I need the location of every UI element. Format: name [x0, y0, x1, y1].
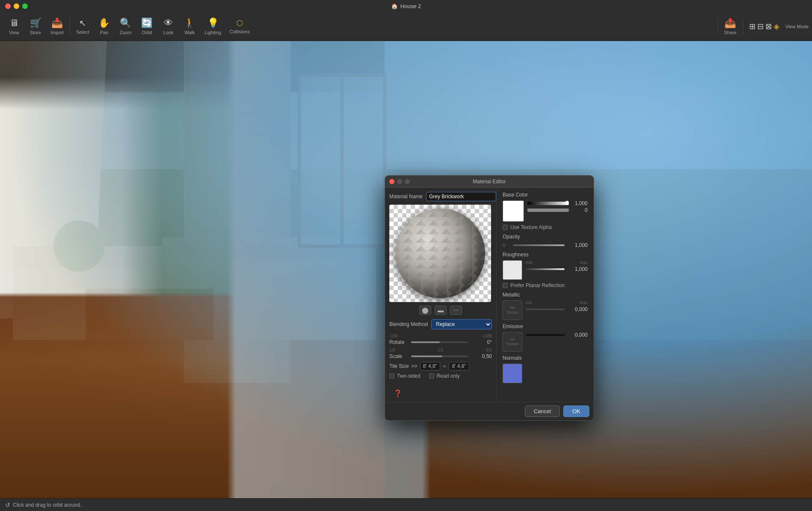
me-planar-label: Prefer Planar Reflection — [510, 282, 565, 288]
toolbar-item-share[interactable]: 📤 Share — [720, 16, 741, 37]
me-window-controls — [389, 179, 410, 184]
lighting-icon: 💡 — [207, 18, 219, 29]
toolbar-item-orbit[interactable]: 🔄 Orbit — [136, 16, 158, 37]
toolbar-item-look[interactable]: 👁 Look — [158, 16, 179, 37]
minimize-button[interactable] — [14, 3, 19, 9]
me-opacity-title: Opacity — [503, 234, 588, 240]
select-icon: ↖ — [79, 18, 86, 28]
me-help-button[interactable]: ❓ — [389, 386, 492, 397]
me-emissive-title: Emissive — [503, 323, 588, 329]
toolbar-label-select: Select — [76, 29, 89, 35]
close-button[interactable] — [5, 3, 11, 9]
store-icon: 🛒 — [30, 18, 41, 29]
me-preview-env-btn[interactable]: ⋯ — [450, 305, 462, 315]
view-icon: 🖥 — [9, 18, 19, 29]
me-metallic-track[interactable] — [526, 308, 565, 310]
me-roughness-swatch[interactable] — [503, 260, 522, 280]
maximize-button[interactable] — [22, 3, 28, 9]
me-scale-row: Scale 0,50 — [389, 353, 492, 359]
me-rotate-row: Rotate 0° — [389, 339, 492, 345]
me-roughness-title: Roughness — [503, 252, 588, 258]
me-content: Material Name ⬤ ▬ ⋯ Blending Method Repl… — [385, 188, 594, 402]
toolbar-item-import[interactable]: 📥 Import — [46, 16, 68, 37]
toolbar-label-look: Look — [163, 30, 174, 35]
toolbar-item-viewmode[interactable]: ⊞ ⊟ ⊠ ◈ — [745, 20, 784, 33]
status-bar: ↺ Click and drag to orbit around. — [0, 498, 812, 511]
toolbar-item-pan[interactable]: ✋ Pan — [94, 16, 115, 37]
toolbar-item-collisions[interactable]: ⬡ Collisions — [225, 17, 254, 36]
me-right-panel: Base Color 1,000 0 — [496, 188, 594, 402]
me-readonly-label: Read only — [437, 373, 460, 379]
cursor-icon: ↺ — [5, 502, 10, 508]
me-basecolor-track[interactable] — [527, 202, 569, 205]
me-basecolor-controls: 1,000 0 — [527, 200, 588, 213]
me-max-button[interactable] — [405, 179, 410, 184]
me-blending-row: Blending Method Replace Blend Multiply A… — [389, 319, 492, 329]
me-rotate-label: Rotate — [389, 339, 409, 345]
collisions-icon: ⬡ — [236, 18, 243, 28]
me-usetexalpha-label: Use Texture Alpha — [510, 224, 552, 230]
me-tilesize-row: Tile Size >> 8' 4,8" ∞ 8' 4,8" — [389, 362, 492, 370]
me-roughness-track[interactable] — [526, 268, 565, 270]
me-emissive-no-texture: NoTexture — [506, 337, 519, 347]
me-cancel-button[interactable]: Cancel — [525, 405, 560, 417]
title-icon: 🏠 — [391, 3, 398, 9]
me-rotate-track[interactable] — [411, 341, 468, 343]
me-metallic-texture[interactable]: NoTexture — [503, 300, 522, 320]
toolbar-separator-3 — [743, 18, 743, 35]
me-scale-range-labels: 1/5 1/1 5/1 — [389, 348, 492, 352]
me-tilesize-width: 8' 4,8" — [420, 362, 440, 370]
me-metallic-slider: 0,000 — [526, 306, 588, 312]
toolbar-item-select[interactable]: ↖ Select — [72, 16, 94, 36]
me-close-button[interactable] — [389, 179, 394, 184]
me-metallic-value: 0,000 — [566, 306, 588, 312]
me-name-input[interactable] — [426, 192, 496, 201]
me-min-button[interactable] — [397, 179, 402, 184]
orbit-icon: 🔄 — [141, 18, 153, 29]
me-opacity-track[interactable] — [513, 244, 565, 246]
toolbar-item-store[interactable]: 🛒 Store — [25, 16, 46, 37]
toolbar-label-orbit: Orbit — [142, 30, 152, 35]
me-scale-label: Scale — [389, 353, 409, 359]
window-controls — [5, 3, 28, 9]
viewmode-icon-3: ⊠ — [765, 22, 772, 31]
look-icon: 👁 — [164, 18, 173, 29]
me-preview-plane-btn[interactable]: ▬ — [435, 305, 447, 315]
me-readonly-checkbox[interactable] — [429, 373, 434, 379]
me-rotate-fill — [411, 341, 440, 343]
me-basecolor-swatch[interactable] — [503, 200, 524, 222]
toolbar-right: 📤 Share ⊞ ⊟ ⊠ ◈ View Mode — [716, 16, 809, 37]
viewmode-icon-1: ⊞ — [749, 22, 756, 31]
me-metallic-title: Metallic — [503, 292, 588, 298]
me-rotate-value: 0° — [471, 339, 492, 345]
me-usetexalpha-checkbox[interactable] — [503, 225, 508, 230]
me-blending-select[interactable]: Replace Blend Multiply Add — [431, 319, 492, 329]
me-twosided-checkbox[interactable] — [389, 373, 394, 379]
toolbar-label-viewmode: View Mode — [786, 24, 809, 29]
me-basecolor-sub-track[interactable] — [527, 209, 569, 212]
toolbar-label-walk: Walk — [185, 30, 195, 35]
toolbar-item-lighting[interactable]: 💡 Lighting — [200, 16, 226, 37]
me-emissive-texture[interactable]: NoTexture — [503, 332, 522, 352]
me-normals-swatch[interactable] — [503, 364, 522, 383]
me-ok-button[interactable]: OK — [563, 405, 589, 417]
toolbar-item-zoom[interactable]: 🔍 Zoom — [115, 16, 136, 37]
me-planar-checkbox[interactable] — [503, 283, 508, 288]
me-scale-track[interactable] — [411, 355, 468, 357]
me-sphere-preview — [395, 209, 485, 298]
me-bottom-buttons: Cancel OK — [385, 402, 594, 420]
me-preview-sphere-btn[interactable]: ⬤ — [419, 305, 431, 315]
me-options-row: Two-sided Read only — [389, 373, 492, 382]
me-readonly-row: Read only — [429, 373, 460, 379]
toolbar-item-view[interactable]: 🖥 View — [3, 16, 25, 37]
me-opacity-min: 0 — [503, 243, 511, 248]
material-editor: Material Editor Material Name ⬤ ▬ ⋯ Blen… — [385, 175, 594, 421]
share-icon: 📤 — [724, 18, 736, 29]
me-planar-row: Prefer Planar Reflection — [503, 282, 588, 288]
me-roughness-controls: min max 1,000 — [526, 260, 588, 273]
toolbar-label-store: Store — [30, 30, 41, 35]
me-tilesize-label: Tile Size — [389, 363, 409, 369]
toolbar-item-walk[interactable]: 🚶 Walk — [179, 16, 200, 37]
me-emissive-track[interactable] — [526, 334, 565, 336]
me-normals-row — [503, 364, 588, 383]
